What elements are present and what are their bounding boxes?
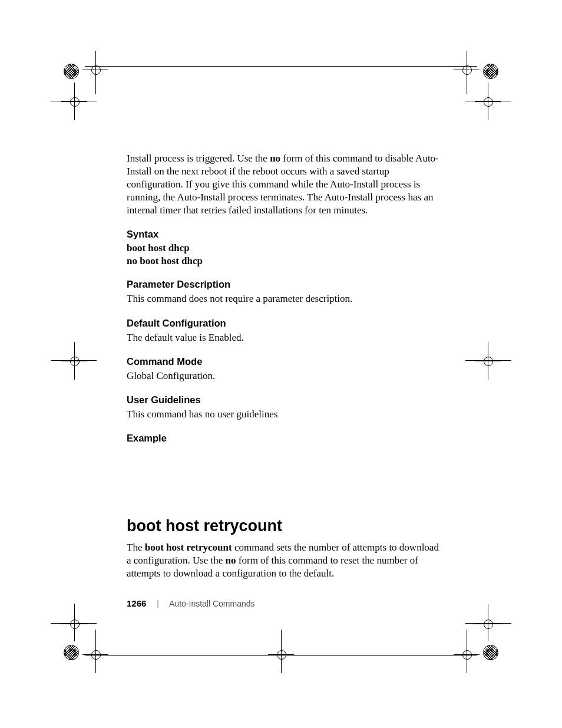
heading-command-mode: Command Mode: [127, 356, 445, 367]
crop-mark-tl-hatched: [64, 64, 79, 79]
page-footer: 1266 | Auto-Install Commands: [127, 598, 255, 608]
default-configuration-body: The default value is Enabled.: [127, 331, 445, 344]
next-body-bold-cmd: boot host retrycount: [145, 542, 232, 553]
crop-mark-bl-hatched: [64, 645, 79, 660]
next-command-body: The boot host retrycount command sets th…: [127, 541, 445, 580]
page-content: Install process is triggered. Use the no…: [127, 152, 445, 587]
syntax-line-2: no boot host dhcp: [127, 255, 445, 267]
intro-paragraph: Install process is triggered. Use the no…: [127, 152, 445, 217]
crop-mark-bottom-mid: [273, 646, 289, 663]
next-body-1: The: [127, 542, 145, 553]
crop-mark-bl-cross1: [66, 615, 82, 632]
crop-mark-tr-cross2: [480, 93, 496, 110]
crop-mark-tl-cross1: [87, 61, 104, 78]
syntax-line-1: boot host dhcp: [127, 242, 445, 254]
crop-mark-br-cross1: [480, 615, 496, 632]
next-body-bold-no: no: [226, 555, 236, 566]
heading-user-guidelines: User Guidelines: [127, 394, 445, 406]
crop-mark-tr-cross1: [458, 61, 475, 78]
page-number: 1266: [127, 598, 146, 608]
crop-mark-bl-cross2: [87, 646, 104, 663]
heading-example: Example: [127, 433, 445, 444]
heading-syntax: Syntax: [127, 229, 445, 240]
footer-section: Auto-Install Commands: [169, 599, 255, 608]
crop-mark-tl-cross2: [66, 93, 82, 110]
heading-default-configuration: Default Configuration: [127, 318, 445, 329]
intro-text-1: Install process is triggered. Use the: [127, 153, 270, 164]
crop-mark-right-mid: [480, 353, 496, 369]
command-mode-body: Global Configuration.: [127, 370, 445, 383]
crop-mark-tr-hatched: [483, 64, 498, 79]
parameter-description-body: This command does not require a paramete…: [127, 292, 445, 305]
command-title: boot host retrycount: [127, 517, 445, 535]
heading-parameter-description: Parameter Description: [127, 279, 445, 290]
footer-divider: |: [157, 599, 159, 608]
user-guidelines-body: This command has no user guidelines: [127, 408, 445, 421]
crop-mark-br-cross2: [458, 646, 475, 663]
intro-bold-no: no: [270, 153, 280, 164]
crop-mark-br-hatched: [483, 645, 498, 660]
crop-mark-left-mid: [66, 353, 82, 369]
